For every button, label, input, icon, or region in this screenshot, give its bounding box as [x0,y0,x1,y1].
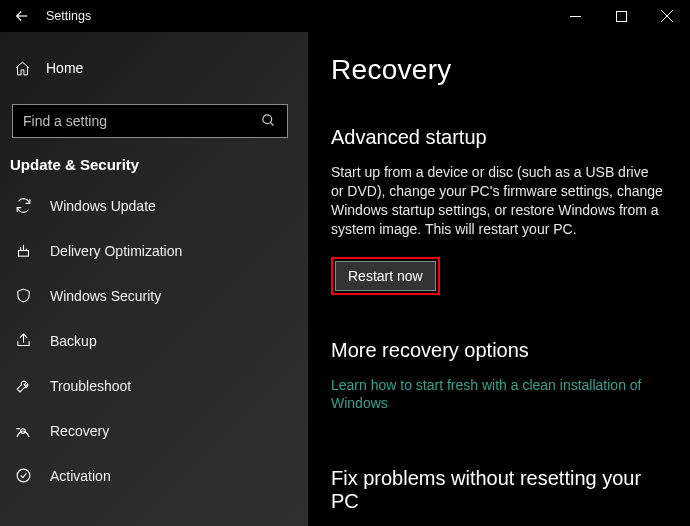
main-content: Recovery Advanced startup Start up from … [308,32,690,526]
window-title: Settings [44,9,91,23]
section-heading-more-recovery: More recovery options [331,339,664,362]
maximize-button[interactable] [598,0,644,32]
maximize-icon [616,11,627,22]
sidebar-item-label: Windows Update [50,198,156,214]
close-icon [661,10,673,22]
recovery-icon [14,422,32,440]
section-body-advanced-startup: Start up from a device or disc (such as … [331,163,664,239]
sidebar-item-backup[interactable]: Backup [0,318,308,363]
search-icon [261,113,277,129]
sidebar-item-label: Activation [50,468,111,484]
sidebar-item-windows-update[interactable]: Windows Update [0,183,308,228]
section-heading-fix-problems: Fix problems without resetting your PC [331,467,664,513]
sidebar-item-home[interactable]: Home [0,46,308,90]
svg-point-4 [263,115,272,124]
sidebar-item-label: Recovery [50,423,109,439]
backup-icon [14,332,32,350]
sidebar: Home Update & Security Windows Update De… [0,32,308,526]
search-input[interactable] [23,113,261,129]
sync-icon [14,197,32,215]
svg-rect-6 [18,251,28,257]
close-button[interactable] [644,0,690,32]
page-title: Recovery [331,54,664,86]
sidebar-item-delivery-optimization[interactable]: Delivery Optimization [0,228,308,273]
window-controls [552,0,690,32]
wrench-icon [14,377,32,395]
svg-line-5 [270,122,273,125]
arrow-left-icon [13,7,31,25]
sidebar-section-header: Update & Security [10,156,308,173]
home-label: Home [46,60,83,76]
search-box[interactable] [12,104,288,138]
svg-point-8 [17,469,30,482]
home-icon [14,60,32,77]
shield-icon [14,287,32,305]
sidebar-nav: Windows Update Delivery Optimization Win… [0,183,308,498]
sidebar-item-recovery[interactable]: Recovery [0,408,308,453]
sidebar-item-activation[interactable]: Activation [0,453,308,498]
sidebar-item-label: Troubleshoot [50,378,131,394]
sidebar-item-label: Backup [50,333,97,349]
minimize-icon [570,11,581,22]
sidebar-item-windows-security[interactable]: Windows Security [0,273,308,318]
title-bar: Settings [0,0,690,32]
fresh-start-link[interactable]: Learn how to start fresh with a clean in… [331,376,664,414]
back-button[interactable] [0,0,44,32]
check-icon [14,467,32,485]
restart-now-highlight: Restart now [331,257,440,295]
restart-now-button[interactable]: Restart now [335,261,436,291]
minimize-button[interactable] [552,0,598,32]
svg-rect-1 [616,11,626,21]
sidebar-item-label: Delivery Optimization [50,243,182,259]
sidebar-item-troubleshoot[interactable]: Troubleshoot [0,363,308,408]
section-heading-advanced-startup: Advanced startup [331,126,664,149]
delivery-icon [14,242,32,260]
sidebar-item-label: Windows Security [50,288,161,304]
